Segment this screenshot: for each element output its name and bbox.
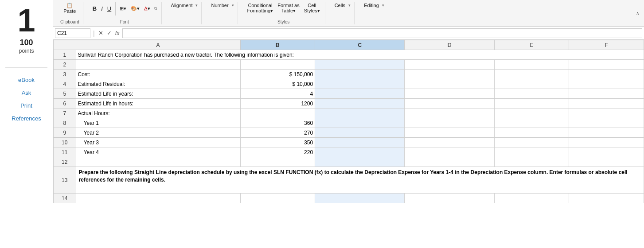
- cell-e4[interactable]: [494, 79, 569, 89]
- conditional-formatting-button[interactable]: ConditionalFormatting▾: [246, 2, 275, 14]
- cell-a2[interactable]: [76, 60, 240, 70]
- col-header-c[interactable]: C: [315, 40, 405, 50]
- confirm-formula-button[interactable]: ✓: [106, 30, 113, 36]
- bold-button[interactable]: B: [91, 5, 98, 12]
- cell-b5[interactable]: 4: [240, 89, 315, 99]
- cell-b14[interactable]: [240, 194, 315, 203]
- cell-e5[interactable]: [494, 89, 569, 99]
- cell-a8[interactable]: Year 1: [76, 118, 240, 128]
- cell-c8[interactable]: [315, 118, 405, 128]
- cell-a10[interactable]: Year 3: [76, 138, 240, 147]
- cell-b3[interactable]: $ 150,000: [240, 70, 315, 79]
- col-header-f[interactable]: F: [569, 40, 644, 50]
- cell-a13-merged[interactable]: Prepare the following Straight Line depr…: [76, 167, 644, 194]
- cell-e6[interactable]: [494, 99, 569, 108]
- cell-b7[interactable]: [240, 108, 315, 118]
- cell-d7[interactable]: [405, 108, 494, 118]
- cell-a9[interactable]: Year 2: [76, 128, 240, 138]
- cell-b12[interactable]: [240, 157, 315, 167]
- cell-f6[interactable]: [569, 99, 644, 108]
- borders-button[interactable]: ⊞▾: [118, 5, 128, 12]
- cell-e14[interactable]: [494, 194, 569, 203]
- sidebar-item-ebook[interactable]: eBook: [18, 77, 35, 83]
- cell-f12[interactable]: [569, 157, 644, 167]
- cell-b10[interactable]: 350: [240, 138, 315, 147]
- collapse-ribbon-button[interactable]: ∧: [634, 11, 640, 17]
- col-header-a[interactable]: A: [76, 40, 240, 50]
- fx-button[interactable]: fx: [114, 30, 121, 36]
- cell-f14[interactable]: [569, 194, 644, 203]
- cell-b8[interactable]: 360: [240, 118, 315, 128]
- cell-d2[interactable]: [405, 60, 494, 70]
- cell-c9[interactable]: [315, 128, 405, 138]
- cell-d9[interactable]: [405, 128, 494, 138]
- cell-e11[interactable]: [494, 147, 569, 157]
- cell-b2[interactable]: [240, 60, 315, 70]
- cell-c4[interactable]: [315, 79, 405, 89]
- cell-f4[interactable]: [569, 79, 644, 89]
- cell-b9[interactable]: 270: [240, 128, 315, 138]
- cell-d14[interactable]: [405, 194, 494, 203]
- cell-c7[interactable]: [315, 108, 405, 118]
- cell-f5[interactable]: [569, 89, 644, 99]
- cell-f9[interactable]: [569, 128, 644, 138]
- cell-b4[interactable]: $ 10,000: [240, 79, 315, 89]
- cell-f11[interactable]: [569, 147, 644, 157]
- spreadsheet-container[interactable]: A B C D E F 1 Sullivan Ranch Corporation…: [53, 40, 644, 248]
- cell-d3[interactable]: [405, 70, 494, 79]
- cell-f7[interactable]: [569, 108, 644, 118]
- underline-button[interactable]: U: [106, 5, 113, 12]
- font-color-button[interactable]: A▾: [143, 5, 151, 12]
- cell-a4[interactable]: Estimated Residual:: [76, 79, 240, 89]
- col-header-d[interactable]: D: [405, 40, 494, 50]
- cell-f8[interactable]: [569, 118, 644, 128]
- cell-d6[interactable]: [405, 99, 494, 108]
- cell-c6[interactable]: [315, 99, 405, 108]
- cell-e12[interactable]: [494, 157, 569, 167]
- cell-e8[interactable]: [494, 118, 569, 128]
- italic-button[interactable]: I: [100, 5, 104, 12]
- col-header-b[interactable]: B: [240, 40, 315, 50]
- cell-e7[interactable]: [494, 108, 569, 118]
- sidebar-item-print[interactable]: Print: [20, 102, 32, 109]
- cell-a11[interactable]: Year 4: [76, 147, 240, 157]
- cell-d12[interactable]: [405, 157, 494, 167]
- cell-c11[interactable]: [315, 147, 405, 157]
- cancel-formula-button[interactable]: ✕: [98, 30, 104, 36]
- cell-b6[interactable]: 1200: [240, 99, 315, 108]
- cell-d4[interactable]: [405, 79, 494, 89]
- font-expand[interactable]: ⧉: [153, 6, 158, 12]
- cell-c10[interactable]: [315, 138, 405, 147]
- format-as-table-button[interactable]: Format asTable▾: [276, 2, 301, 14]
- cell-reference-input[interactable]: [55, 28, 90, 38]
- editing-button[interactable]: Editing: [363, 2, 380, 8]
- cell-e9[interactable]: [494, 128, 569, 138]
- formula-input[interactable]: [122, 28, 642, 38]
- cell-c5[interactable]: [315, 89, 405, 99]
- paste-button[interactable]: 📋 Paste: [62, 2, 77, 14]
- cell-styles-button[interactable]: CellStyles▾: [303, 2, 321, 14]
- cell-e3[interactable]: [494, 70, 569, 79]
- cell-a3[interactable]: Cost:: [76, 70, 240, 79]
- sidebar-item-ask[interactable]: Ask: [22, 89, 31, 96]
- cell-c12[interactable]: [315, 157, 405, 167]
- cell-a5[interactable]: Estimated Life in years:: [76, 89, 240, 99]
- cells-button[interactable]: Cells: [333, 2, 347, 8]
- cell-a7[interactable]: Actual Hours:: [76, 108, 240, 118]
- cell-c3[interactable]: [315, 70, 405, 79]
- cell-d8[interactable]: [405, 118, 494, 128]
- cell-f3[interactable]: [569, 70, 644, 79]
- cell-b11[interactable]: 220: [240, 147, 315, 157]
- cell-c14[interactable]: [315, 194, 405, 203]
- cell-a6[interactable]: Estimated Life in hours:: [76, 99, 240, 108]
- cell-d10[interactable]: [405, 138, 494, 147]
- cell-a12[interactable]: [76, 157, 240, 167]
- cell-a1[interactable]: Sullivan Ranch Corporation has purchased…: [76, 50, 644, 60]
- number-button[interactable]: Number: [210, 2, 230, 8]
- cell-d5[interactable]: [405, 89, 494, 99]
- cell-f2[interactable]: [569, 60, 644, 70]
- cell-e10[interactable]: [494, 138, 569, 147]
- cell-d11[interactable]: [405, 147, 494, 157]
- cell-a14[interactable]: [76, 194, 240, 203]
- cell-c2[interactable]: [315, 60, 405, 70]
